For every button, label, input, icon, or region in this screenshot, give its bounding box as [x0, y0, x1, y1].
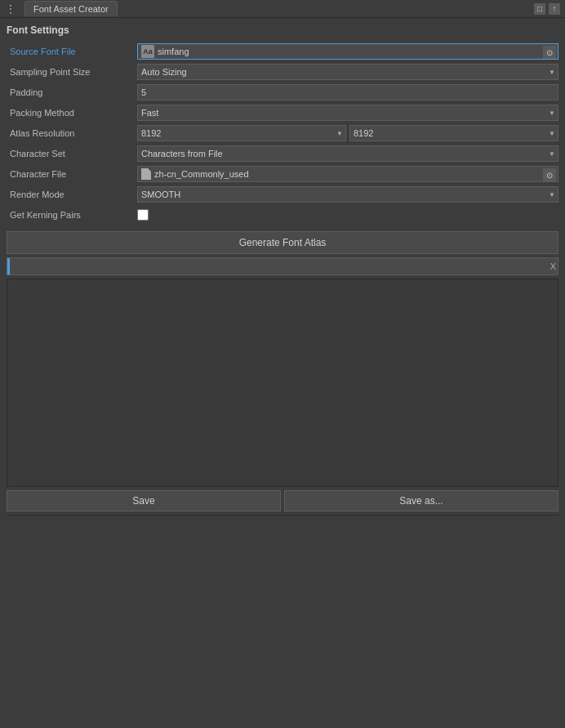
padding-row: Padding — [7, 83, 558, 101]
charfile-icon — [141, 168, 151, 180]
main-content: Font Settings Source Font File Aa simfan… — [0, 18, 565, 728]
atlas-controls: 512 1024 2048 4096 8192 ▼ 512 1024 2048 … — [137, 125, 558, 141]
padding-input[interactable] — [137, 84, 558, 100]
source-font-value: simfang — [158, 47, 189, 56]
generate-button[interactable]: Generate Font Atlas — [7, 231, 558, 254]
title-bar: ⋮ Font Asset Creator □ ↑ — [0, 0, 565, 18]
sampling-select-wrapper: Auto Sizing 8 12 16 24 32 48 64 ▼ — [137, 64, 558, 80]
charset-label: Character Set — [7, 149, 137, 159]
maximize-button[interactable]: □ — [534, 3, 545, 15]
title-bar-left: ⋮ Font Asset Creator — [5, 1, 118, 16]
sampling-row: Sampling Point Size Auto Sizing 8 12 16 … — [7, 63, 558, 81]
title-bar-controls: □ ↑ — [534, 3, 560, 15]
rendermode-row: Render Mode SMOOTH RASTER RASTER_HINTED … — [7, 185, 558, 203]
rendermode-select[interactable]: SMOOTH RASTER RASTER_HINTED SDF SDF8 SDF… — [137, 186, 558, 203]
section-title: Font Settings — [7, 25, 558, 36]
save-row: Save Save as... — [7, 490, 558, 511]
rendermode-label: Render Mode — [7, 190, 137, 199]
charset-row: Character Set Characters from File ASCII… — [7, 145, 558, 163]
source-font-row: Source Font File Aa simfang ⊙ — [7, 42, 558, 60]
packing-select[interactable]: Fast Optimal — [137, 105, 558, 121]
rendermode-select-wrapper: SMOOTH RASTER RASTER_HINTED SDF SDF8 SDF… — [137, 186, 558, 203]
progress-bar — [7, 258, 10, 275]
packing-row: Packing Method Fast Optimal ▼ — [7, 104, 558, 122]
bottom-area — [7, 515, 558, 722]
packing-select-wrapper: Fast Optimal ▼ — [137, 105, 558, 121]
font-asset-creator-window: ⋮ Font Asset Creator □ ↑ Font Settings S… — [0, 0, 565, 728]
sampling-select[interactable]: Auto Sizing 8 12 16 24 32 48 64 — [137, 64, 558, 80]
kerning-row: Get Kerning Pairs — [7, 206, 558, 224]
charset-select-wrapper: Characters from File ASCII Extended ASCI… — [137, 145, 558, 162]
charfile-field[interactable]: zh-cn_Commonly_used ⊙ — [137, 166, 558, 182]
packing-label: Packing Method — [7, 108, 137, 118]
kerning-label: Get Kerning Pairs — [7, 210, 137, 220]
atlas-width-select[interactable]: 512 1024 2048 4096 8192 — [137, 125, 346, 141]
kerning-checkbox[interactable] — [137, 209, 149, 221]
progress-bar-row: X — [7, 257, 558, 275]
sampling-label: Sampling Point Size — [7, 67, 137, 77]
padding-label: Padding — [7, 87, 137, 97]
charfile-browse-button[interactable]: ⊙ — [543, 168, 556, 181]
charfile-label: Character File — [7, 169, 137, 179]
atlas-height-wrapper: 512 1024 2048 4096 8192 ▼ — [349, 125, 558, 141]
menu-dots-icon[interactable]: ⋮ — [5, 2, 16, 16]
atlas-row: Atlas Resolution 512 1024 2048 4096 8192… — [7, 124, 558, 142]
charset-select[interactable]: Characters from File ASCII Extended ASCI… — [137, 145, 558, 162]
font-icon: Aa — [141, 45, 154, 58]
close-button[interactable]: ↑ — [549, 3, 560, 15]
progress-close-button[interactable]: X — [550, 261, 556, 271]
window-tab[interactable]: Font Asset Creator — [24, 1, 118, 16]
output-area — [7, 279, 558, 487]
atlas-label: Atlas Resolution — [7, 128, 137, 138]
charfile-row: Character File zh-cn_Commonly_used ⊙ — [7, 165, 558, 183]
save-button[interactable]: Save — [7, 490, 281, 511]
source-font-browse-button[interactable]: ⊙ — [543, 46, 556, 59]
atlas-width-wrapper: 512 1024 2048 4096 8192 ▼ — [137, 125, 346, 141]
charfile-value: zh-cn_Commonly_used — [154, 169, 249, 179]
save-as-button[interactable]: Save as... — [284, 490, 558, 511]
source-font-label: Source Font File — [7, 47, 137, 56]
atlas-height-select[interactable]: 512 1024 2048 4096 8192 — [349, 125, 558, 141]
source-font-field[interactable]: Aa simfang ⊙ — [137, 43, 558, 60]
